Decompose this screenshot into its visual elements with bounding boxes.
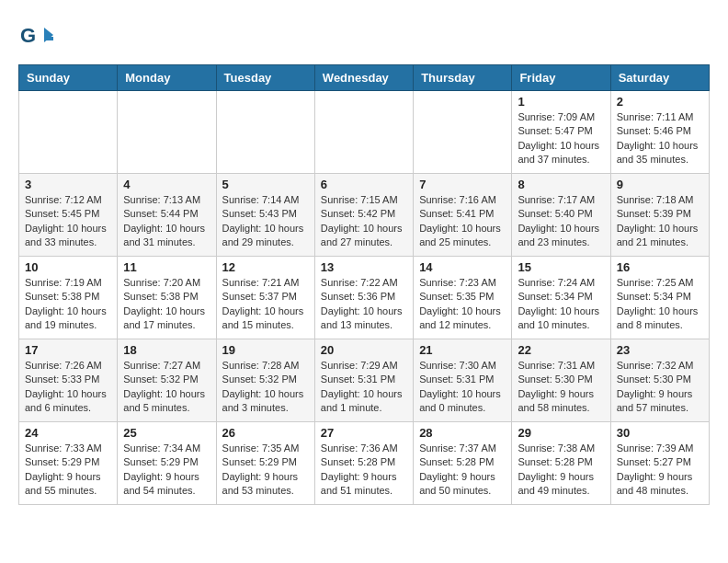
daylight-text: Daylight: 9 hours and 57 minutes. <box>617 388 693 413</box>
sunrise-text: Sunrise: 7:29 AM <box>321 360 398 371</box>
sunrise-text: Sunrise: 7:09 AM <box>518 111 595 122</box>
sunset-text: Sunset: 5:32 PM <box>123 373 198 385</box>
daylight-text: Daylight: 10 hours and 8 minutes. <box>617 305 699 330</box>
weekday-header-saturday: Saturday <box>610 65 709 91</box>
day-info: Sunrise: 7:15 AMSunset: 5:42 PMDaylight:… <box>321 193 407 250</box>
week-row-3: 17Sunrise: 7:26 AMSunset: 5:33 PMDayligh… <box>19 339 710 422</box>
calendar-cell: 14Sunrise: 7:23 AMSunset: 5:35 PMDayligh… <box>414 257 512 339</box>
daylight-text: Daylight: 9 hours and 54 minutes. <box>123 471 199 496</box>
day-info: Sunrise: 7:28 AMSunset: 5:32 PMDaylight:… <box>222 359 309 416</box>
sunset-text: Sunset: 5:45 PM <box>25 208 99 219</box>
day-info: Sunrise: 7:18 AMSunset: 5:39 PMDaylight:… <box>617 193 703 250</box>
calendar-cell: 28Sunrise: 7:37 AMSunset: 5:28 PMDayligh… <box>414 422 512 505</box>
calendar-cell: 16Sunrise: 7:25 AMSunset: 5:34 PMDayligh… <box>610 257 709 339</box>
calendar-cell: 26Sunrise: 7:35 AMSunset: 5:29 PMDayligh… <box>216 422 314 505</box>
sunrise-text: Sunrise: 7:20 AM <box>123 277 200 288</box>
sunrise-text: Sunrise: 7:26 AM <box>25 360 102 371</box>
sunrise-text: Sunrise: 7:30 AM <box>419 360 496 371</box>
day-info: Sunrise: 7:32 AMSunset: 5:30 PMDaylight:… <box>617 359 703 416</box>
sunset-text: Sunset: 5:32 PM <box>222 373 297 385</box>
day-info: Sunrise: 7:19 AMSunset: 5:38 PMDaylight:… <box>25 276 111 333</box>
day-number: 19 <box>222 343 309 357</box>
weekday-header-row: SundayMondayTuesdayWednesdayThursdayFrid… <box>19 65 710 91</box>
sunset-text: Sunset: 5:33 PM <box>25 373 99 385</box>
daylight-text: Daylight: 10 hours and 37 minutes. <box>518 140 599 165</box>
day-info: Sunrise: 7:35 AMSunset: 5:29 PMDaylight:… <box>222 442 309 499</box>
sunrise-text: Sunrise: 7:24 AM <box>518 277 595 288</box>
day-number: 15 <box>518 260 604 274</box>
sunrise-text: Sunrise: 7:39 AM <box>617 442 694 454</box>
daylight-text: Daylight: 9 hours and 48 minutes. <box>617 471 693 496</box>
day-info: Sunrise: 7:11 AMSunset: 5:46 PMDaylight:… <box>617 110 703 167</box>
day-number: 28 <box>419 426 506 440</box>
sunrise-text: Sunrise: 7:18 AM <box>617 194 694 205</box>
sunrise-text: Sunrise: 7:38 AM <box>518 442 595 454</box>
calendar-cell: 29Sunrise: 7:38 AMSunset: 5:28 PMDayligh… <box>512 422 610 505</box>
day-number: 21 <box>419 343 506 357</box>
day-info: Sunrise: 7:38 AMSunset: 5:28 PMDaylight:… <box>518 442 604 499</box>
calendar-cell: 17Sunrise: 7:26 AMSunset: 5:33 PMDayligh… <box>19 339 118 422</box>
sunrise-text: Sunrise: 7:32 AM <box>617 360 694 371</box>
day-info: Sunrise: 7:39 AMSunset: 5:27 PMDaylight:… <box>617 442 703 499</box>
day-number: 29 <box>518 426 604 440</box>
daylight-text: Daylight: 10 hours and 3 minutes. <box>222 388 304 413</box>
weekday-header-tuesday: Tuesday <box>216 65 314 91</box>
sunset-text: Sunset: 5:34 PM <box>617 291 691 302</box>
day-info: Sunrise: 7:30 AMSunset: 5:31 PMDaylight:… <box>419 359 506 416</box>
calendar-cell: 11Sunrise: 7:20 AMSunset: 5:38 PMDayligh… <box>118 257 216 339</box>
calendar-cell: 18Sunrise: 7:27 AMSunset: 5:32 PMDayligh… <box>118 339 216 422</box>
sunrise-text: Sunrise: 7:34 AM <box>123 442 200 454</box>
sunrise-text: Sunrise: 7:37 AM <box>419 442 496 454</box>
sunset-text: Sunset: 5:29 PM <box>222 456 297 467</box>
sunrise-text: Sunrise: 7:25 AM <box>617 277 694 288</box>
sunset-text: Sunset: 5:37 PM <box>222 291 297 302</box>
sunset-text: Sunset: 5:27 PM <box>617 456 691 467</box>
sunset-text: Sunset: 5:38 PM <box>123 291 198 302</box>
daylight-text: Daylight: 10 hours and 0 minutes. <box>419 388 501 413</box>
day-number: 16 <box>617 260 703 274</box>
day-info: Sunrise: 7:27 AMSunset: 5:32 PMDaylight:… <box>123 359 210 416</box>
daylight-text: Daylight: 9 hours and 55 minutes. <box>25 471 101 496</box>
sunrise-text: Sunrise: 7:23 AM <box>419 277 496 288</box>
page-header: G <box>18 18 710 55</box>
calendar-cell: 27Sunrise: 7:36 AMSunset: 5:28 PMDayligh… <box>314 422 413 505</box>
calendar-cell: 3Sunrise: 7:12 AMSunset: 5:45 PMDaylight… <box>19 174 118 257</box>
week-row-1: 3Sunrise: 7:12 AMSunset: 5:45 PMDaylight… <box>19 174 710 257</box>
calendar-cell: 19Sunrise: 7:28 AMSunset: 5:32 PMDayligh… <box>216 339 314 422</box>
day-number: 12 <box>222 260 309 274</box>
day-info: Sunrise: 7:29 AMSunset: 5:31 PMDaylight:… <box>321 359 407 416</box>
day-number: 7 <box>419 178 506 191</box>
daylight-text: Daylight: 9 hours and 49 minutes. <box>518 471 594 496</box>
sunset-text: Sunset: 5:46 PM <box>617 125 691 136</box>
daylight-text: Daylight: 10 hours and 33 minutes. <box>25 223 107 247</box>
day-number: 20 <box>321 343 407 357</box>
daylight-text: Daylight: 10 hours and 10 minutes. <box>518 305 599 330</box>
sunset-text: Sunset: 5:30 PM <box>617 373 691 385</box>
calendar-cell: 24Sunrise: 7:33 AMSunset: 5:29 PMDayligh… <box>19 422 118 505</box>
weekday-header-thursday: Thursday <box>414 65 512 91</box>
day-info: Sunrise: 7:34 AMSunset: 5:29 PMDaylight:… <box>123 442 210 499</box>
sunrise-text: Sunrise: 7:16 AM <box>419 194 496 205</box>
day-number: 8 <box>518 178 604 191</box>
day-number: 5 <box>222 178 309 191</box>
daylight-text: Daylight: 10 hours and 19 minutes. <box>25 305 107 330</box>
day-number: 6 <box>321 178 407 191</box>
day-number: 1 <box>518 95 604 109</box>
sunset-text: Sunset: 5:38 PM <box>25 291 99 302</box>
sunset-text: Sunset: 5:44 PM <box>123 208 198 219</box>
weekday-header-wednesday: Wednesday <box>314 65 413 91</box>
calendar-cell: 22Sunrise: 7:31 AMSunset: 5:30 PMDayligh… <box>512 339 610 422</box>
day-number: 14 <box>419 260 506 274</box>
day-number: 17 <box>25 343 111 357</box>
calendar-cell <box>19 91 118 174</box>
day-info: Sunrise: 7:09 AMSunset: 5:47 PMDaylight:… <box>518 110 604 167</box>
day-number: 23 <box>617 343 703 357</box>
calendar-cell: 15Sunrise: 7:24 AMSunset: 5:34 PMDayligh… <box>512 257 610 339</box>
day-number: 13 <box>321 260 407 274</box>
calendar-cell: 2Sunrise: 7:11 AMSunset: 5:46 PMDaylight… <box>610 91 709 174</box>
daylight-text: Daylight: 10 hours and 6 minutes. <box>25 388 107 413</box>
calendar-cell <box>314 91 413 174</box>
calendar-cell: 1Sunrise: 7:09 AMSunset: 5:47 PMDaylight… <box>512 91 610 174</box>
daylight-text: Daylight: 9 hours and 50 minutes. <box>419 471 495 496</box>
day-info: Sunrise: 7:31 AMSunset: 5:30 PMDaylight:… <box>518 359 604 416</box>
